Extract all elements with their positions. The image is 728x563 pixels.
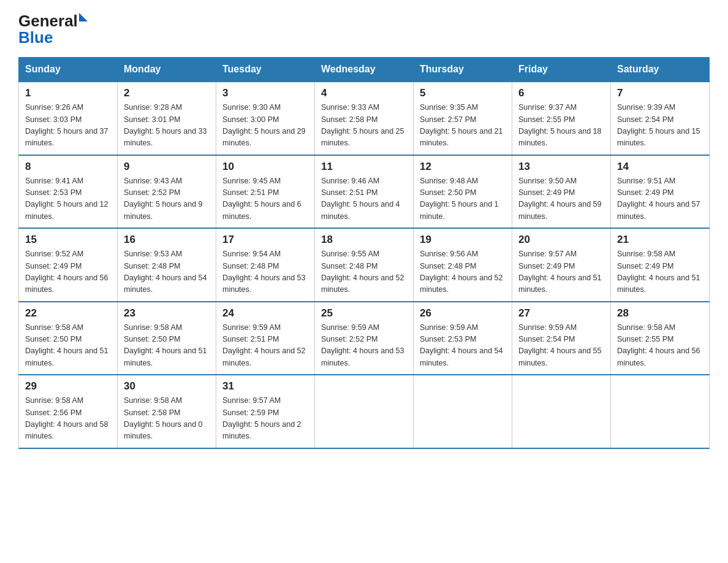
weekday-header-monday: Monday	[118, 58, 216, 82]
weekday-header-thursday: Thursday	[414, 58, 512, 82]
calendar-week-2: 8Sunrise: 9:41 AMSunset: 2:53 PMDaylight…	[19, 155, 710, 229]
calendar-cell: 15Sunrise: 9:52 AMSunset: 2:49 PMDayligh…	[19, 228, 118, 302]
day-info: Sunrise: 9:26 AMSunset: 3:03 PMDaylight:…	[25, 102, 111, 150]
day-number: 13	[518, 161, 604, 173]
day-info: Sunrise: 9:45 AMSunset: 2:51 PMDaylight:…	[222, 175, 308, 223]
calendar-cell: 1Sunrise: 9:26 AMSunset: 3:03 PMDaylight…	[19, 82, 118, 155]
calendar-week-3: 15Sunrise: 9:52 AMSunset: 2:49 PMDayligh…	[19, 228, 710, 302]
calendar-cell: 18Sunrise: 9:55 AMSunset: 2:48 PMDayligh…	[315, 228, 414, 302]
day-info: Sunrise: 9:58 AMSunset: 2:49 PMDaylight:…	[617, 248, 703, 296]
day-info: Sunrise: 9:52 AMSunset: 2:49 PMDaylight:…	[25, 248, 111, 296]
day-number: 7	[617, 87, 703, 99]
day-info: Sunrise: 9:39 AMSunset: 2:54 PMDaylight:…	[617, 102, 703, 150]
calendar-cell: 14Sunrise: 9:51 AMSunset: 2:49 PMDayligh…	[611, 155, 710, 229]
calendar-cell: 2Sunrise: 9:28 AMSunset: 3:01 PMDaylight…	[118, 82, 216, 155]
day-info: Sunrise: 9:55 AMSunset: 2:48 PMDaylight:…	[321, 248, 407, 296]
day-info: Sunrise: 9:59 AMSunset: 2:53 PMDaylight:…	[420, 322, 506, 370]
calendar-cell	[315, 375, 414, 448]
calendar-cell: 9Sunrise: 9:43 AMSunset: 2:52 PMDaylight…	[118, 155, 216, 229]
day-number: 3	[222, 87, 308, 99]
day-number: 19	[420, 234, 506, 246]
day-number: 10	[222, 161, 308, 173]
day-info: Sunrise: 9:58 AMSunset: 2:58 PMDaylight:…	[124, 395, 210, 443]
day-info: Sunrise: 9:35 AMSunset: 2:57 PMDaylight:…	[420, 102, 506, 150]
day-number: 31	[222, 380, 308, 393]
calendar-cell: 5Sunrise: 9:35 AMSunset: 2:57 PMDaylight…	[414, 82, 512, 155]
day-number: 26	[420, 307, 506, 320]
calendar-cell: 11Sunrise: 9:46 AMSunset: 2:51 PMDayligh…	[315, 155, 414, 229]
day-number: 12	[420, 161, 506, 173]
day-number: 5	[420, 87, 506, 99]
day-info: Sunrise: 9:30 AMSunset: 3:00 PMDaylight:…	[222, 102, 308, 150]
calendar-cell: 4Sunrise: 9:33 AMSunset: 2:58 PMDaylight…	[315, 82, 414, 155]
day-number: 9	[124, 161, 210, 173]
day-number: 29	[25, 380, 111, 393]
day-number: 28	[617, 307, 703, 320]
logo-general: General	[18, 12, 78, 30]
calendar-cell: 6Sunrise: 9:37 AMSunset: 2:55 PMDaylight…	[512, 82, 611, 155]
calendar-week-4: 22Sunrise: 9:58 AMSunset: 2:50 PMDayligh…	[19, 302, 710, 375]
day-number: 23	[124, 307, 210, 320]
calendar-cell: 30Sunrise: 9:58 AMSunset: 2:58 PMDayligh…	[118, 375, 216, 448]
day-info: Sunrise: 9:56 AMSunset: 2:48 PMDaylight:…	[420, 248, 506, 296]
day-info: Sunrise: 9:28 AMSunset: 3:01 PMDaylight:…	[124, 102, 210, 150]
day-number: 8	[25, 161, 111, 173]
calendar-week-5: 29Sunrise: 9:58 AMSunset: 2:56 PMDayligh…	[19, 375, 710, 448]
calendar-cell: 3Sunrise: 9:30 AMSunset: 3:00 PMDaylight…	[216, 82, 315, 155]
calendar-week-1: 1Sunrise: 9:26 AMSunset: 3:03 PMDaylight…	[19, 82, 710, 155]
day-info: Sunrise: 9:50 AMSunset: 2:49 PMDaylight:…	[518, 175, 604, 223]
logo-triangle-icon	[79, 13, 88, 21]
day-number: 24	[222, 307, 308, 320]
calendar-cell: 10Sunrise: 9:45 AMSunset: 2:51 PMDayligh…	[216, 155, 315, 229]
day-number: 27	[518, 307, 604, 320]
calendar-cell: 31Sunrise: 9:57 AMSunset: 2:59 PMDayligh…	[216, 375, 315, 448]
day-info: Sunrise: 9:43 AMSunset: 2:52 PMDaylight:…	[124, 175, 210, 223]
day-info: Sunrise: 9:57 AMSunset: 2:49 PMDaylight:…	[518, 248, 604, 296]
calendar-cell: 13Sunrise: 9:50 AMSunset: 2:49 PMDayligh…	[512, 155, 611, 229]
day-number: 16	[124, 234, 210, 246]
weekday-header-wednesday: Wednesday	[315, 58, 414, 82]
calendar-cell: 16Sunrise: 9:53 AMSunset: 2:48 PMDayligh…	[118, 228, 216, 302]
logo: General Blue	[18, 12, 88, 46]
calendar-cell: 23Sunrise: 9:58 AMSunset: 2:50 PMDayligh…	[118, 302, 216, 375]
day-info: Sunrise: 9:58 AMSunset: 2:50 PMDaylight:…	[124, 322, 210, 370]
day-info: Sunrise: 9:58 AMSunset: 2:56 PMDaylight:…	[25, 395, 111, 443]
calendar-cell: 26Sunrise: 9:59 AMSunset: 2:53 PMDayligh…	[414, 302, 512, 375]
calendar-table: SundayMondayTuesdayWednesdayThursdayFrid…	[18, 57, 710, 449]
day-info: Sunrise: 9:46 AMSunset: 2:51 PMDaylight:…	[321, 175, 407, 223]
day-info: Sunrise: 9:57 AMSunset: 2:59 PMDaylight:…	[222, 395, 308, 443]
day-info: Sunrise: 9:54 AMSunset: 2:48 PMDaylight:…	[222, 248, 308, 296]
calendar-cell: 27Sunrise: 9:59 AMSunset: 2:54 PMDayligh…	[512, 302, 611, 375]
day-number: 11	[321, 161, 407, 173]
day-number: 6	[518, 87, 604, 99]
calendar-cell: 24Sunrise: 9:59 AMSunset: 2:51 PMDayligh…	[216, 302, 315, 375]
calendar-cell: 7Sunrise: 9:39 AMSunset: 2:54 PMDaylight…	[611, 82, 710, 155]
day-number: 22	[25, 307, 111, 320]
calendar-cell: 20Sunrise: 9:57 AMSunset: 2:49 PMDayligh…	[512, 228, 611, 302]
day-number: 30	[124, 380, 210, 393]
day-info: Sunrise: 9:59 AMSunset: 2:52 PMDaylight:…	[321, 322, 407, 370]
day-number: 14	[617, 161, 703, 173]
day-info: Sunrise: 9:37 AMSunset: 2:55 PMDaylight:…	[518, 102, 604, 150]
calendar-cell: 21Sunrise: 9:58 AMSunset: 2:49 PMDayligh…	[611, 228, 710, 302]
calendar-cell	[512, 375, 611, 448]
day-info: Sunrise: 9:58 AMSunset: 2:50 PMDaylight:…	[25, 322, 111, 370]
weekday-header-sunday: Sunday	[19, 58, 118, 82]
page-header: General Blue	[18, 12, 710, 46]
day-number: 15	[25, 234, 111, 246]
day-info: Sunrise: 9:53 AMSunset: 2:48 PMDaylight:…	[124, 248, 210, 296]
day-info: Sunrise: 9:58 AMSunset: 2:55 PMDaylight:…	[617, 322, 703, 370]
calendar-cell: 25Sunrise: 9:59 AMSunset: 2:52 PMDayligh…	[315, 302, 414, 375]
logo-blue: Blue	[18, 28, 53, 47]
weekday-header-row: SundayMondayTuesdayWednesdayThursdayFrid…	[19, 58, 710, 82]
calendar-cell: 17Sunrise: 9:54 AMSunset: 2:48 PMDayligh…	[216, 228, 315, 302]
day-info: Sunrise: 9:51 AMSunset: 2:49 PMDaylight:…	[617, 175, 703, 223]
calendar-cell	[414, 375, 512, 448]
day-number: 4	[321, 87, 407, 99]
calendar-cell	[611, 375, 710, 448]
calendar-cell: 22Sunrise: 9:58 AMSunset: 2:50 PMDayligh…	[19, 302, 118, 375]
day-number: 18	[321, 234, 407, 246]
weekday-header-tuesday: Tuesday	[216, 58, 315, 82]
day-info: Sunrise: 9:33 AMSunset: 2:58 PMDaylight:…	[321, 102, 407, 150]
weekday-header-friday: Friday	[512, 58, 611, 82]
